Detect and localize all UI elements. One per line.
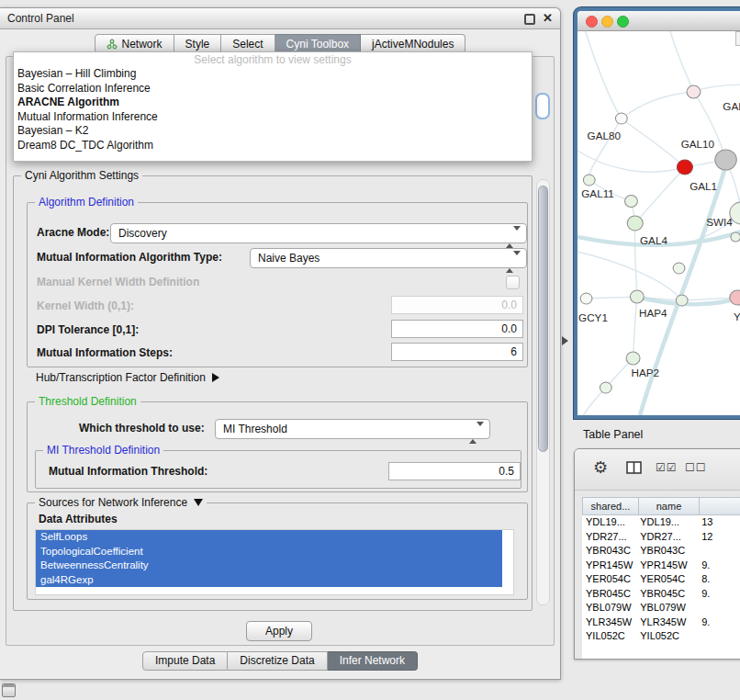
list-item[interactable]: BetweennessCentrality xyxy=(36,559,502,573)
settings-scrollbar[interactable] xyxy=(536,179,550,605)
deselect-all-checkboxes-icon[interactable]: ☐☐ xyxy=(685,461,707,474)
tab-discretize-data[interactable]: Discretize Data xyxy=(228,651,327,671)
cell[interactable]: YBR043C xyxy=(636,544,698,559)
network-node-swi4[interactable] xyxy=(731,232,740,242)
aracne-mode-select[interactable]: Discovery xyxy=(110,223,527,243)
column-header-shared-name[interactable]: shared... xyxy=(582,497,639,515)
cell[interactable]: YLR345W xyxy=(582,615,636,630)
table-row[interactable]: YDR27... YDR27... 12 xyxy=(582,530,740,545)
list-item[interactable]: TopologicalCoefficient xyxy=(36,545,502,559)
cell[interactable] xyxy=(698,601,740,615)
close-traffic-light[interactable] xyxy=(586,16,598,28)
tab-impute-data[interactable]: Impute Data xyxy=(142,651,228,671)
mi-threshold-input[interactable]: 0.5 xyxy=(388,462,521,480)
cell[interactable]: 9. xyxy=(698,559,740,573)
hidden-control-fragment xyxy=(535,93,550,119)
desktop: Control Panel ✕ Network Style Select xyxy=(0,0,740,700)
network-node-gal4[interactable] xyxy=(627,216,643,231)
cell[interactable]: YBR045C xyxy=(636,587,698,602)
column-header-name[interactable]: name xyxy=(639,497,700,515)
kernel-width-label: Kernel Width (0,1): xyxy=(37,299,134,312)
cell[interactable] xyxy=(698,544,740,559)
table-row[interactable]: YBL079W YBL079W xyxy=(582,601,740,615)
table-row[interactable]: YDL19... YDL19... 13 xyxy=(582,515,740,530)
cell[interactable]: YER054C xyxy=(582,572,636,587)
algorithm-option[interactable]: Bayesian – K2 xyxy=(14,124,532,139)
cell[interactable]: YLR345W xyxy=(636,615,698,630)
minimized-panel-icon[interactable] xyxy=(2,683,16,697)
cell[interactable] xyxy=(698,629,740,644)
network-canvas[interactable]: GAL80 GAL10 GAL7 GAL11 GAL1 SWI4 GAL4 GC… xyxy=(577,31,740,415)
network-node-pink[interactable] xyxy=(730,290,740,305)
list-item[interactable]: gal4RGexp xyxy=(36,573,502,588)
cell[interactable]: 9. xyxy=(698,587,740,602)
cell[interactable]: YDL19... xyxy=(582,515,636,530)
algorithm-option-selected[interactable]: ARACNE Algorithm xyxy=(14,96,532,110)
mi-threshold-group: MI Threshold Definition Mutual Informati… xyxy=(35,450,521,489)
list-item[interactable]: SelfLoops xyxy=(36,530,502,545)
network-graph[interactable]: GAL80 GAL10 GAL7 GAL11 GAL1 SWI4 GAL4 GC… xyxy=(577,31,740,415)
cell[interactable]: YIL052C xyxy=(636,629,698,644)
column-header-clipped[interactable] xyxy=(700,497,740,515)
manual-kernel-checkbox[interactable] xyxy=(506,276,520,289)
algorithm-option[interactable]: Dream8 DC_TDC Algorithm xyxy=(14,139,532,153)
table-row[interactable]: YER054C YER054C 8. xyxy=(582,572,740,587)
tab-label: jActiveMNodules xyxy=(372,38,454,51)
cell[interactable]: YBR043C xyxy=(582,544,636,559)
network-node-gal11[interactable] xyxy=(583,175,595,186)
dpi-tolerance-input[interactable]: 0.0 xyxy=(391,320,523,338)
cell[interactable]: YBL079W xyxy=(636,601,698,615)
table-row[interactable]: YLR345W YLR345W 9. xyxy=(582,615,740,630)
algorithm-option[interactable]: Bayesian – Hill Climbing xyxy=(14,67,532,82)
network-node[interactable] xyxy=(600,382,611,393)
cell[interactable]: 8. xyxy=(698,572,740,587)
splitpane-collapse-arrow[interactable] xyxy=(562,336,568,345)
tab-infer-network[interactable]: Infer Network xyxy=(328,651,418,671)
hub-definition-expander[interactable]: Hub/Transcription Factor Definition xyxy=(36,371,219,384)
cell[interactable]: YDR27... xyxy=(582,530,636,545)
algorithm-option[interactable]: Mutual Information Inference xyxy=(14,110,532,125)
canvas-corner-widget[interactable] xyxy=(735,31,740,46)
table-row[interactable]: YBR043C YBR043C xyxy=(582,544,740,559)
network-node[interactable] xyxy=(687,85,701,98)
network-node-hap2[interactable] xyxy=(626,352,640,365)
mi-steps-input[interactable]: 6 xyxy=(391,343,523,361)
cell[interactable]: YDR27... xyxy=(636,530,698,545)
table-row[interactable]: YIL052C YIL052C xyxy=(582,629,740,644)
settings-scrollbar-thumb[interactable] xyxy=(538,186,548,452)
close-icon[interactable]: ✕ xyxy=(543,11,553,25)
sources-expander[interactable]: Sources for Network Inference xyxy=(35,496,207,509)
cell[interactable]: YER054C xyxy=(636,572,698,587)
table-row[interactable]: YPR145W YPR145W 9. xyxy=(582,559,740,573)
cell[interactable]: YDL19... xyxy=(636,515,698,530)
kernel-width-input[interactable]: 0.0 xyxy=(391,296,523,314)
apply-button[interactable]: Apply xyxy=(246,621,312,641)
cell[interactable]: YBL079W xyxy=(582,601,636,615)
minimize-traffic-light[interactable] xyxy=(601,16,613,28)
cell[interactable]: 13 xyxy=(698,515,740,530)
network-node-gray[interactable] xyxy=(715,150,736,170)
network-node-hap4[interactable] xyxy=(630,290,644,303)
columns-icon[interactable] xyxy=(626,461,643,475)
cell[interactable]: YIL052C xyxy=(582,629,636,644)
zoom-traffic-light[interactable] xyxy=(617,16,629,28)
cell[interactable]: 9. xyxy=(698,615,740,630)
network-node[interactable] xyxy=(625,196,638,208)
select-all-checkboxes-icon[interactable]: ☑☑ xyxy=(656,461,678,474)
cell[interactable]: YPR145W xyxy=(636,559,698,573)
cell[interactable]: YPR145W xyxy=(582,559,636,573)
mi-type-select[interactable]: Naive Bayes xyxy=(250,248,527,268)
which-threshold-select[interactable]: MI Threshold xyxy=(215,419,490,439)
network-node[interactable] xyxy=(676,295,688,306)
network-node-gal80[interactable] xyxy=(615,113,627,124)
gear-icon[interactable]: ⚙ xyxy=(593,457,608,478)
data-attributes-list[interactable]: SelfLoops TopologicalCoefficient Between… xyxy=(35,529,514,595)
algorithm-option[interactable]: Basic Correlation Inference xyxy=(14,82,532,96)
network-node-gal10-selected[interactable] xyxy=(677,160,692,175)
float-window-icon[interactable] xyxy=(524,14,535,25)
cell[interactable]: 12 xyxy=(698,530,740,545)
network-node-gcy1[interactable] xyxy=(580,293,592,304)
network-node[interactable] xyxy=(673,263,685,274)
table-row[interactable]: YBR045C YBR045C 9. xyxy=(582,587,740,602)
cell[interactable]: YBR045C xyxy=(582,587,636,602)
